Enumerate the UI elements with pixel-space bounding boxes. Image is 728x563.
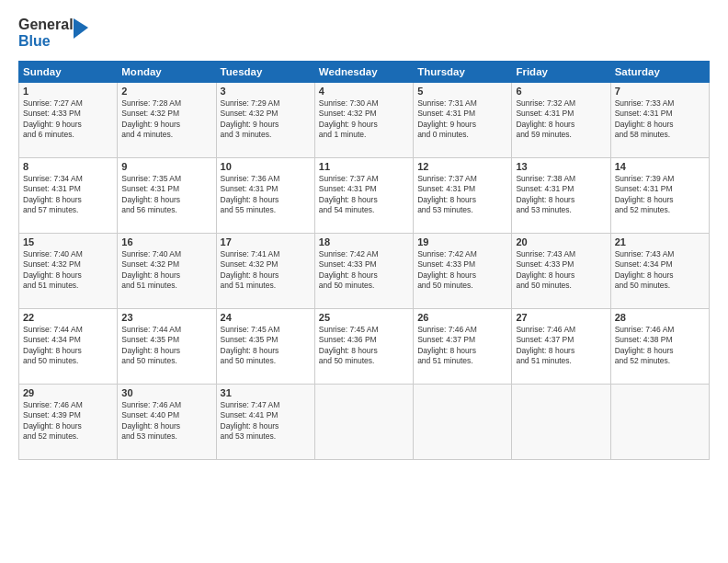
cell-info: Sunrise: 7:46 AMSunset: 4:40 PMDaylight:… [121,400,211,442]
day-number: 25 [319,312,409,323]
cell-info: Sunrise: 7:27 AMSunset: 4:33 PMDaylight:… [23,98,113,141]
calendar-cell: 8Sunrise: 7:34 AMSunset: 4:31 PMDaylight… [19,158,118,234]
cell-info: Sunrise: 7:39 AMSunset: 4:31 PMDaylight:… [615,174,705,216]
calendar-cell: 11Sunrise: 7:37 AMSunset: 4:31 PMDayligh… [314,158,413,234]
calendar-cell: 15Sunrise: 7:40 AMSunset: 4:32 PMDayligh… [19,234,118,309]
calendar-cell: 27Sunrise: 7:46 AMSunset: 4:37 PMDayligh… [512,309,610,385]
col-header-thursday: Thursday [414,62,512,83]
cell-info: Sunrise: 7:38 AMSunset: 4:31 PMDaylight:… [516,174,606,216]
calendar-cell: 1Sunrise: 7:27 AMSunset: 4:33 PMDaylight… [19,83,118,158]
calendar-cell: 26Sunrise: 7:46 AMSunset: 4:37 PMDayligh… [414,309,512,385]
calendar-cell: 25Sunrise: 7:45 AMSunset: 4:36 PMDayligh… [314,309,413,385]
cell-info: Sunrise: 7:45 AMSunset: 4:35 PMDaylight:… [221,325,311,367]
day-number: 16 [121,236,211,247]
day-number: 14 [615,161,705,172]
calendar-cell: 14Sunrise: 7:39 AMSunset: 4:31 PMDayligh… [610,158,709,234]
cell-info: Sunrise: 7:29 AMSunset: 4:32 PMDaylight:… [221,98,311,141]
calendar-cell: 13Sunrise: 7:38 AMSunset: 4:31 PMDayligh… [512,158,610,234]
calendar-cell: 22Sunrise: 7:44 AMSunset: 4:34 PMDayligh… [19,309,118,385]
day-number: 19 [417,236,507,247]
calendar-cell: 20Sunrise: 7:43 AMSunset: 4:33 PMDayligh… [512,234,610,309]
day-number: 11 [319,161,409,172]
cell-info: Sunrise: 7:40 AMSunset: 4:32 PMDaylight:… [23,249,113,292]
day-number: 5 [417,86,507,97]
calendar-cell [610,385,709,460]
svg-marker-2 [74,18,88,39]
calendar-cell: 3Sunrise: 7:29 AMSunset: 4:32 PMDaylight… [216,83,314,158]
calendar-cell: 4Sunrise: 7:30 AMSunset: 4:32 PMDaylight… [314,83,413,158]
cell-info: Sunrise: 7:41 AMSunset: 4:32 PMDaylight:… [221,249,311,292]
day-number: 15 [23,236,113,247]
day-number: 27 [516,312,606,323]
cell-info: Sunrise: 7:43 AMSunset: 4:33 PMDaylight:… [516,249,606,292]
col-header-saturday: Saturday [610,62,709,83]
cell-info: Sunrise: 7:44 AMSunset: 4:34 PMDaylight:… [23,325,113,367]
day-number: 29 [23,387,113,398]
day-number: 4 [319,86,409,97]
day-number: 28 [615,312,705,323]
page: GeneralBlue SundayMondayTuesdayWednesday… [0,0,728,563]
col-header-monday: Monday [118,62,216,83]
calendar-cell: 2Sunrise: 7:28 AMSunset: 4:32 PMDaylight… [118,83,216,158]
col-header-friday: Friday [512,62,610,83]
day-number: 6 [516,86,606,97]
day-number: 23 [121,312,211,323]
header: GeneralBlue [18,15,710,52]
cell-info: Sunrise: 7:37 AMSunset: 4:31 PMDaylight:… [417,174,507,216]
col-header-sunday: Sunday [19,62,118,83]
day-number: 21 [615,236,705,247]
cell-info: Sunrise: 7:45 AMSunset: 4:36 PMDaylight:… [319,325,409,367]
week-row: 8Sunrise: 7:34 AMSunset: 4:31 PMDaylight… [19,158,710,234]
calendar-cell [512,385,610,460]
calendar-cell [314,385,413,460]
calendar-cell: 7Sunrise: 7:33 AMSunset: 4:31 PMDaylight… [610,83,709,158]
day-number: 22 [23,312,113,323]
day-number: 3 [221,86,311,97]
cell-info: Sunrise: 7:28 AMSunset: 4:32 PMDaylight:… [121,98,211,141]
day-number: 18 [319,236,409,247]
calendar-cell: 5Sunrise: 7:31 AMSunset: 4:31 PMDaylight… [414,83,512,158]
day-number: 17 [221,236,311,247]
cell-info: Sunrise: 7:32 AMSunset: 4:31 PMDaylight:… [516,98,606,141]
calendar-cell: 6Sunrise: 7:32 AMSunset: 4:31 PMDaylight… [512,83,610,158]
logo-svg: GeneralBlue [18,15,92,52]
svg-text:General: General [18,17,74,32]
day-number: 24 [221,312,311,323]
cell-info: Sunrise: 7:46 AMSunset: 4:39 PMDaylight:… [23,400,113,442]
cell-info: Sunrise: 7:46 AMSunset: 4:37 PMDaylight:… [417,325,507,367]
week-row: 22Sunrise: 7:44 AMSunset: 4:34 PMDayligh… [19,309,710,385]
day-number: 20 [516,236,606,247]
logo: GeneralBlue [18,15,92,52]
cell-info: Sunrise: 7:40 AMSunset: 4:32 PMDaylight:… [121,249,211,292]
calendar-cell: 23Sunrise: 7:44 AMSunset: 4:35 PMDayligh… [118,309,216,385]
calendar-cell: 29Sunrise: 7:46 AMSunset: 4:39 PMDayligh… [19,385,118,460]
day-number: 30 [121,387,211,398]
calendar-cell: 18Sunrise: 7:42 AMSunset: 4:33 PMDayligh… [314,234,413,309]
day-number: 9 [121,161,211,172]
header-row: SundayMondayTuesdayWednesdayThursdayFrid… [19,62,710,83]
col-header-tuesday: Tuesday [216,62,314,83]
week-row: 15Sunrise: 7:40 AMSunset: 4:32 PMDayligh… [19,234,710,309]
week-row: 1Sunrise: 7:27 AMSunset: 4:33 PMDaylight… [19,83,710,158]
cell-info: Sunrise: 7:44 AMSunset: 4:35 PMDaylight:… [121,325,211,367]
cell-info: Sunrise: 7:43 AMSunset: 4:34 PMDaylight:… [615,249,705,292]
cell-info: Sunrise: 7:46 AMSunset: 4:37 PMDaylight:… [516,325,606,367]
cell-info: Sunrise: 7:37 AMSunset: 4:31 PMDaylight:… [319,174,409,216]
day-number: 7 [615,86,705,97]
day-number: 12 [417,161,507,172]
week-row: 29Sunrise: 7:46 AMSunset: 4:39 PMDayligh… [19,385,710,460]
cell-info: Sunrise: 7:42 AMSunset: 4:33 PMDaylight:… [417,249,507,292]
cell-info: Sunrise: 7:35 AMSunset: 4:31 PMDaylight:… [121,174,211,216]
day-number: 31 [221,387,311,398]
calendar-cell [414,385,512,460]
calendar-cell: 24Sunrise: 7:45 AMSunset: 4:35 PMDayligh… [216,309,314,385]
calendar-cell: 16Sunrise: 7:40 AMSunset: 4:32 PMDayligh… [118,234,216,309]
cell-info: Sunrise: 7:34 AMSunset: 4:31 PMDaylight:… [23,174,113,216]
calendar-table: SundayMondayTuesdayWednesdayThursdayFrid… [18,61,710,460]
col-header-wednesday: Wednesday [314,62,413,83]
day-number: 13 [516,161,606,172]
cell-info: Sunrise: 7:47 AMSunset: 4:41 PMDaylight:… [221,400,311,442]
svg-text:Blue: Blue [18,33,51,49]
day-number: 2 [121,86,211,97]
day-number: 26 [417,312,507,323]
